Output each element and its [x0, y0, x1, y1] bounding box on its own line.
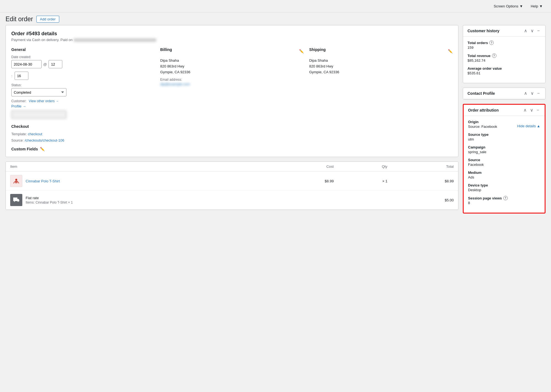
screen-options-button[interactable]: Screen Options ▼	[491, 3, 526, 9]
general-label: General	[11, 47, 155, 52]
chevron-up-icon: ▲	[537, 124, 540, 128]
custom-fields-row: Custom Fields ✏️	[11, 147, 453, 151]
origin-label: Origin	[468, 120, 540, 124]
medium-row: Medium Ads	[468, 171, 540, 179]
checkout-template-link[interactable]: checkout	[28, 132, 42, 136]
total-orders-info-icon[interactable]: ?	[489, 40, 494, 45]
order-attribution-body: Origin Source: Facebook Hide details ▲ S…	[464, 116, 545, 213]
checkout-label: Checkout	[11, 124, 453, 129]
shipping-edit-icon[interactable]: ✏️	[448, 49, 453, 53]
order-attribution-close-btn[interactable]: −	[536, 108, 540, 112]
items-card: Item Cost Qty Total	[6, 161, 458, 210]
billing-address: Dipa Shaha 820 863rd Hwy Gympie, CA 9233…	[160, 58, 303, 75]
help-button[interactable]: Help ▼	[528, 3, 545, 9]
customer-search-input[interactable]	[11, 110, 66, 119]
order-title: Order #5493 details	[11, 31, 453, 37]
col-total: Total	[392, 162, 458, 172]
order-attribution-down-btn[interactable]: ∨	[529, 108, 534, 112]
col-cost: Cost	[272, 162, 338, 172]
flat-rate-sub: Items: Cinnabar Polo T-Shirt × 1	[26, 201, 73, 204]
shipping-label: Shipping	[309, 47, 326, 52]
custom-fields-pencil-icon[interactable]: ✏️	[40, 147, 45, 151]
svg-point-0	[15, 179, 17, 181]
colon-symbol: :	[11, 74, 12, 78]
order-attribution-header: Order attribution ∧ ∨ −	[464, 105, 545, 116]
panel-collapse-down-btn[interactable]: ∨	[530, 29, 535, 33]
avg-order-value-value: $535.61	[467, 71, 541, 75]
chevron-down-icon: ▼	[520, 4, 523, 8]
total-revenue-row: Total revenue ? $85,162.74	[467, 53, 541, 63]
billing-label: Billing	[160, 47, 172, 52]
minute-input[interactable]	[15, 72, 28, 80]
customer-history-body: Total orders ? 159 Total revenue ? $85,1…	[463, 37, 545, 83]
paid-on-date-blurred	[74, 38, 156, 42]
contact-profile-down-btn[interactable]: ∨	[530, 91, 535, 96]
order-details-card: Order #5493 details Payment via Cash on …	[6, 25, 458, 157]
product-qty: × 1	[338, 172, 392, 191]
checkout-source-row: Source: /checkouts/checkout-106	[11, 138, 453, 142]
top-bar: Screen Options ▼ Help ▼	[0, 0, 551, 13]
order-attribution-title: Order attribution	[468, 108, 499, 112]
status-label: Status:	[11, 83, 155, 87]
session-page-views-row: Session page views ? 8	[468, 196, 540, 205]
total-revenue-value: $85,162.74	[467, 58, 541, 63]
order-subtitle: Payment via Cash on delivery. Paid on	[11, 38, 453, 42]
campaign-value: spring_sale	[468, 150, 540, 154]
session-page-views-value: 8	[468, 201, 540, 205]
total-revenue-label: Total revenue	[467, 54, 491, 58]
col-qty: Qty	[338, 162, 392, 172]
total-orders-row: Total orders ? 159	[467, 40, 541, 50]
email-label: Email address:	[160, 78, 303, 82]
page-header: Edit order Add order	[0, 13, 551, 25]
checkout-source-link[interactable]: /checkouts/checkout-106	[25, 138, 64, 142]
status-select[interactable]: Completed Pending payment Processing On …	[11, 88, 66, 96]
date-created-label: Date created:	[11, 55, 155, 59]
campaign-row: Campaign spring_sale	[468, 145, 540, 154]
customer-input-row	[11, 110, 155, 119]
customer-history-title: Customer history	[467, 29, 499, 33]
hide-details-link[interactable]: Hide details ▲	[517, 124, 540, 128]
shipping-address: Dipa Shaha 820 863rd Hwy Gympie, CA 9233…	[309, 58, 453, 75]
table-row: Flat rate Items: Cinnabar Polo T-Shirt ×…	[6, 191, 458, 210]
source-value: Facebook	[468, 163, 540, 167]
product-total: $8.99	[392, 172, 458, 191]
order-attribution-up-btn[interactable]: ∧	[522, 108, 528, 112]
customer-label: Customer:	[11, 99, 26, 103]
avg-order-value-row: Average order value $535.61	[467, 66, 541, 75]
total-revenue-info-icon[interactable]: ?	[492, 53, 496, 58]
contact-profile-title: Contact Profile	[467, 91, 495, 96]
customer-row: Customer: View other orders →	[11, 99, 155, 103]
product-name-link[interactable]: Cinnabar Polo T-Shirt	[26, 179, 60, 183]
shipping-total: $5.00	[392, 191, 458, 210]
billing-section: Billing ✏️ Dipa Shaha 820 863rd Hwy Gymp…	[160, 47, 303, 119]
right-column: Customer history ∧ ∨ − Total orders ? 15…	[463, 25, 545, 218]
hour-input[interactable]	[49, 60, 62, 68]
billing-edit-icon[interactable]: ✏️	[299, 49, 304, 53]
panel-collapse-up-btn[interactable]: ∧	[523, 29, 528, 33]
view-other-orders-link[interactable]: View other orders →	[29, 99, 59, 103]
panel-close-btn[interactable]: −	[536, 29, 541, 33]
main-layout: Order #5493 details Payment via Cash on …	[0, 25, 551, 223]
contact-profile-close-btn[interactable]: −	[536, 91, 541, 96]
add-order-button[interactable]: Add order	[36, 16, 59, 23]
page-title: Edit order	[6, 15, 33, 23]
total-orders-label: Total orders	[467, 41, 488, 45]
contact-profile-up-btn[interactable]: ∧	[523, 91, 528, 96]
session-page-views-info-icon[interactable]: ?	[503, 196, 508, 200]
order-attribution-controls: ∧ ∨ −	[522, 108, 540, 112]
source-label: Source	[468, 158, 540, 162]
medium-value: Ads	[468, 175, 540, 179]
order-attribution-panel: Order attribution ∧ ∨ − Origin Source: F…	[463, 104, 545, 213]
date-input[interactable]	[11, 60, 42, 68]
checkout-section: Checkout Template: checkout Source: /che…	[11, 124, 453, 142]
shipping-cell: Flat rate Items: Cinnabar Polo T-Shirt ×…	[6, 191, 272, 210]
origin-value: Source: Facebook	[468, 125, 497, 129]
profile-link[interactable]: Profile →	[11, 104, 26, 108]
help-label: Help	[531, 4, 538, 8]
panel-controls: ∧ ∨ −	[523, 29, 541, 33]
date-row: @	[11, 60, 155, 68]
product-thumbnail	[10, 175, 22, 187]
checkout-template-row: Template: checkout	[11, 132, 453, 136]
billing-header: Billing ✏️	[160, 47, 303, 55]
total-orders-value: 159	[467, 45, 541, 50]
